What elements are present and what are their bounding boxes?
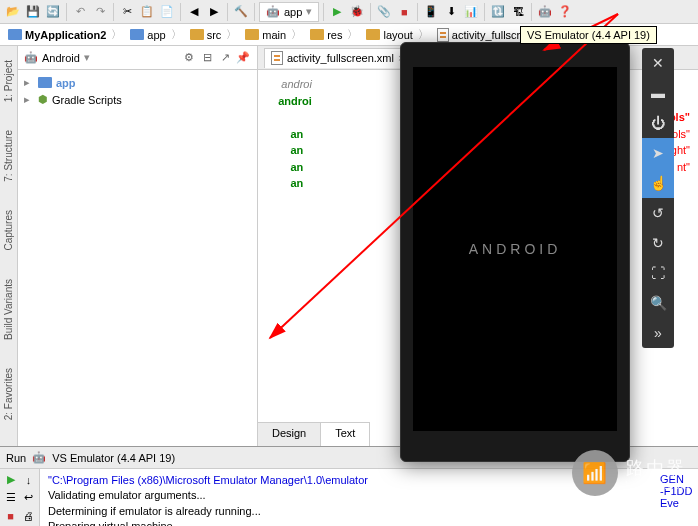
main-toolbar: 📂 💾 🔄 ↶ ↷ ✂ 📋 📄 ◀ ▶ 🔨 🤖 app ▾ ▶ 🐞 📎 ■ 📱 … [0,0,698,24]
down-icon[interactable]: ↓ [20,471,37,488]
crumb-src[interactable]: src〉 [186,26,242,44]
pin-icon[interactable]: 📌 [235,50,251,66]
design-tab[interactable]: Design [258,423,321,446]
crumb-label: MyApplication2 [25,29,106,41]
watermark-icon: 📶 [572,450,618,496]
crumb-label: src [207,29,222,41]
side-tab-favorites[interactable]: 2: Favorites [1,364,16,424]
left-tool-rail: 1: Project7: StructureCapturesBuild Vari… [0,46,18,446]
folder-icon [366,29,380,40]
emulator-toolbar: ✕ ▬ ⏻ ➤ ☝ ↺ ↻ ⛶ 🔍 » [642,48,674,348]
android-robot-icon[interactable]: 🤖 [536,3,554,21]
run-controls: ▶ ☰ ■ 📷 ⏸ ↗ ✖ ↑ ↓ ↩ 🖨 🗑 [0,469,40,526]
side-tab-captures[interactable]: Captures [1,206,16,255]
project-panel: 🤖 Android ▾ ⚙ ⊟ ↗ 📌 ▸ app ▸ ⬢ Gradle Scr… [18,46,258,446]
wrap-icon[interactable]: ↩ [20,489,37,506]
folder-icon [245,29,259,40]
help-icon[interactable]: ❓ [556,3,574,21]
emulator-window[interactable]: ANDROID [400,42,630,462]
run-config-dropdown[interactable]: 🤖 app ▾ [259,2,319,22]
avd-icon[interactable]: 📱 [422,3,440,21]
tooltip: VS Emulator (4.4 API 19) [520,26,657,44]
android-icon: 🤖 [266,5,280,18]
editor-tab[interactable]: activity_fullscreen.xml × [264,48,411,68]
crumb-label: res [327,29,342,41]
power-icon[interactable]: ⏻ [642,108,674,138]
fit-icon[interactable]: ⛶ [642,258,674,288]
xml-file-icon [271,51,283,65]
forward-icon[interactable]: ▶ [205,3,223,21]
crumb-label: layout [383,29,412,41]
zoom-icon[interactable]: 🔍 [642,288,674,318]
stop-icon[interactable]: ■ [395,3,413,21]
rerun-icon[interactable]: ▶ [2,471,19,488]
run-config-label: app [284,6,302,18]
tree-label: Gradle Scripts [52,94,122,106]
editor-tab-label: activity_fullscreen.xml [287,52,394,64]
android-icon: 🤖 [24,51,38,64]
folder-icon [190,29,204,40]
folder-icon [8,29,22,40]
crumb-main[interactable]: main〉 [241,26,306,44]
crumb-app[interactable]: app〉 [126,26,185,44]
build-icon[interactable]: 🔨 [232,3,250,21]
watermark: 📶 路由器 luyouqi.com [572,450,690,496]
copy-icon[interactable]: 📋 [138,3,156,21]
side-tab-structure[interactable]: 7: Structure [1,126,16,186]
settings-icon[interactable]: ⚙ [181,50,197,66]
side-tab-buildvariants[interactable]: Build Variants [1,275,16,344]
crumb-label: app [147,29,165,41]
run-icon[interactable]: ▶ [328,3,346,21]
monitor-icon[interactable]: 📊 [462,3,480,21]
tree-label: app [56,77,76,89]
emulator-screen[interactable]: ANDROID [413,67,617,431]
redo-icon[interactable]: ↷ [91,3,109,21]
xml-file-icon [437,28,449,42]
rotate-right-icon[interactable]: ↻ [642,228,674,258]
crumb-res[interactable]: res〉 [306,26,362,44]
collapse-icon[interactable]: ⊟ [199,50,215,66]
watermark-sub: luyouqi.com [626,480,690,491]
module-icon [38,77,52,88]
folder-icon [130,29,144,40]
stop-icon[interactable]: ■ [2,507,19,524]
print-icon[interactable]: 🖨 [20,507,37,524]
pointer-icon[interactable]: ➤ [642,138,674,168]
run-label: Run [6,452,26,464]
gradle-icon: ⬢ [38,93,48,106]
side-tab-project[interactable]: 1: Project [1,56,16,106]
sdk-icon[interactable]: ⬇ [442,3,460,21]
folder-icon [310,29,324,40]
sync-icon[interactable]: 🔃 [489,3,507,21]
minimize-icon[interactable]: ▬ [642,78,674,108]
cut-icon[interactable]: ✂ [118,3,136,21]
touch-icon[interactable]: ☝ [642,168,674,198]
crumb-layout[interactable]: layout〉 [362,26,432,44]
back-icon[interactable]: ◀ [185,3,203,21]
run-config-name: VS Emulator (4.4 API 19) [52,452,175,464]
crumb-label: main [262,29,286,41]
paste-icon[interactable]: 📄 [158,3,176,21]
text-tab[interactable]: Text [321,423,370,446]
filter-icon[interactable]: ☰ [2,489,19,506]
watermark-title: 路由器 [626,456,690,480]
more-icon[interactable]: » [642,318,674,348]
run-console[interactable]: "C:\Program Files (x86)\Microsoft Emulat… [40,469,658,526]
open-icon[interactable]: 📂 [4,3,22,21]
rotate-left-icon[interactable]: ↺ [642,198,674,228]
save-icon[interactable]: 💾 [24,3,42,21]
android-icon: 🤖 [32,451,46,464]
refresh-icon[interactable]: 🔄 [44,3,62,21]
tree-node-app[interactable]: ▸ app [24,74,251,91]
close-icon[interactable]: ✕ [642,48,674,78]
attach-icon[interactable]: 📎 [375,3,393,21]
structure-icon[interactable]: 🏗 [509,3,527,21]
tree-node-gradle[interactable]: ▸ ⬢ Gradle Scripts [24,91,251,108]
project-view-label: Android [42,52,80,64]
project-view-selector[interactable]: 🤖 Android ▾ [24,51,90,64]
android-boot-logo: ANDROID [469,241,562,257]
hide-icon[interactable]: ↗ [217,50,233,66]
debug-icon[interactable]: 🐞 [348,3,366,21]
undo-icon[interactable]: ↶ [71,3,89,21]
crumb-MyApplication2[interactable]: MyApplication2〉 [4,26,126,44]
